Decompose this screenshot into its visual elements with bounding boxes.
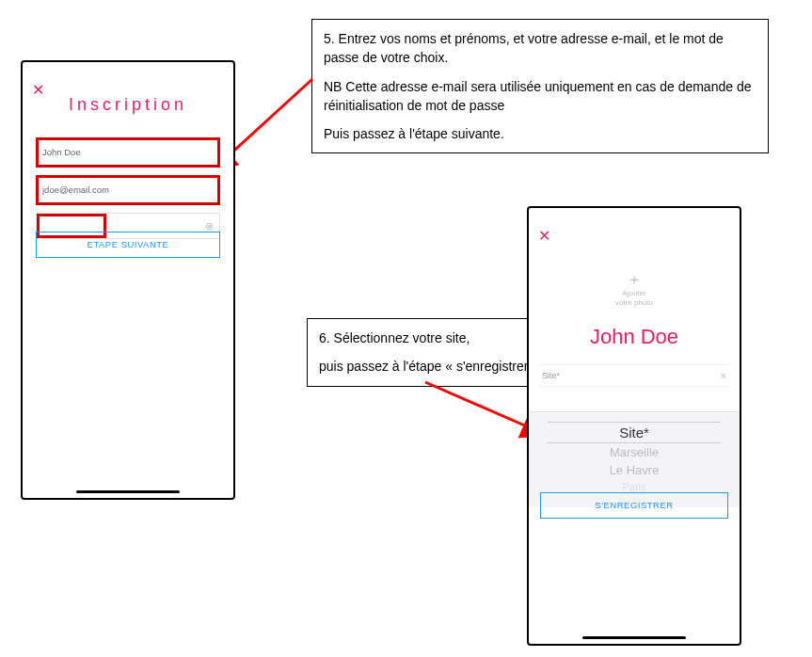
instruction-5-line-1: 5. Entrez vos noms et prénoms, et votre … bbox=[324, 29, 756, 68]
clear-site-icon[interactable]: × bbox=[721, 370, 726, 381]
site-input[interactable]: Site* × bbox=[540, 364, 728, 387]
phone-inscription: ✕ Inscription John Doe jdoe@email.com ⊗ … bbox=[21, 60, 235, 500]
page-title: Inscription bbox=[23, 95, 233, 115]
instruction-6-line-1: 6. Sélectionnez votre site, bbox=[319, 328, 562, 347]
close-icon[interactable]: ✕ bbox=[538, 229, 550, 244]
name-field[interactable]: John Doe bbox=[36, 137, 220, 168]
add-photo-icon[interactable]: ＋ bbox=[529, 272, 740, 287]
site-input-label: Site* bbox=[542, 371, 560, 380]
instruction-step-5: 5. Entrez vos noms et prénoms, et votre … bbox=[311, 19, 769, 153]
svg-line-1 bbox=[425, 382, 529, 427]
picker-option-marseille[interactable]: Marseille bbox=[529, 443, 740, 461]
instruction-6-line-2: puis passez à l'étape « s'enregistrer » bbox=[319, 357, 562, 376]
profile-username: John Doe bbox=[529, 325, 740, 349]
home-indicator bbox=[582, 636, 686, 639]
instruction-5-line-2: NB Cette adresse e-mail sera utilisée un… bbox=[324, 77, 756, 116]
next-step-button[interactable]: ETAPE SUIVANTE bbox=[36, 232, 220, 258]
form-fields: John Doe jdoe@email.com ⊗ bbox=[36, 137, 220, 247]
home-indicator bbox=[76, 490, 180, 493]
picker-option-selected[interactable]: Site* bbox=[548, 422, 721, 443]
email-field[interactable]: jdoe@email.com bbox=[36, 175, 220, 205]
instruction-5-line-3: Puis passez à l'étape suivante. bbox=[324, 124, 756, 143]
phone-profile: ✕ ＋ Ajouter votre photo John Doe Site* ×… bbox=[527, 206, 741, 646]
register-button[interactable]: S'ENREGISTRER bbox=[540, 492, 728, 519]
svg-line-0 bbox=[226, 79, 312, 158]
picker-option-lehavre[interactable]: Le Havre bbox=[529, 461, 740, 479]
add-photo-label: Ajouter votre photo bbox=[529, 289, 740, 307]
